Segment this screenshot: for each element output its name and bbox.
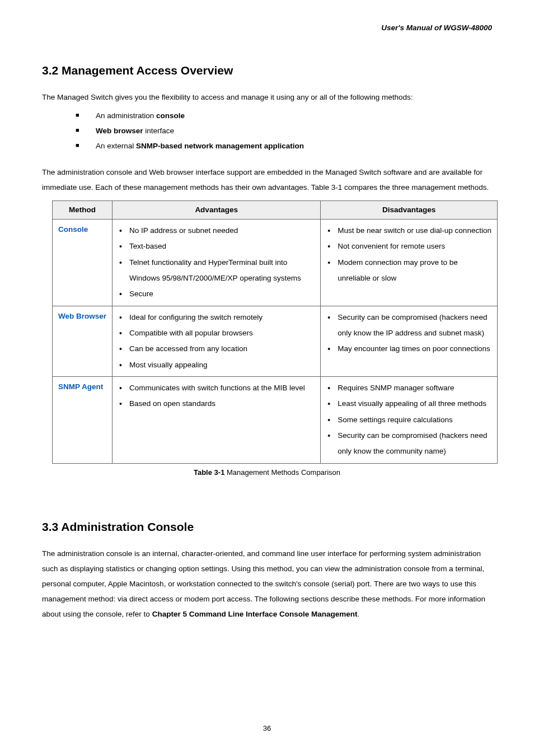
- management-methods-list: An administration console Web browser in…: [42, 108, 492, 153]
- list-item: Some settings require calculations: [327, 412, 493, 428]
- advantages-list: Communicates with switch functions at th…: [117, 380, 316, 412]
- section-33-para-suffix: .: [357, 610, 359, 618]
- advantages-list: Ideal for configuring the switch remotel…: [117, 310, 316, 373]
- list-item-bold: SNMP-based network management applicatio…: [136, 142, 304, 150]
- list-item: Requires SNMP manager software: [327, 380, 493, 396]
- section-33-para-bold: Chapter 5 Command Line Interface Console…: [152, 610, 358, 618]
- section-33-para-prefix: The administration console is an interna…: [42, 549, 485, 618]
- list-item: Not convenient for remote users: [327, 239, 493, 254]
- section-32-intro: The Managed Switch gives you the flexibi…: [42, 90, 492, 105]
- disadvantages-cell: Requires SNMP manager software Least vis…: [321, 377, 498, 464]
- management-methods-table: Method Advantages Disadvantages Console …: [52, 200, 498, 464]
- list-item: No IP address or subnet needed: [119, 223, 316, 239]
- method-cell-web-browser: Web Browser: [53, 306, 113, 376]
- table-row: Web Browser Ideal for configuring the sw…: [53, 306, 498, 376]
- list-item: Security can be compromised (hackers nee…: [327, 428, 493, 460]
- table-header-method: Method: [53, 200, 113, 219]
- table-header-disadvantages: Disadvantages: [321, 200, 498, 219]
- page-number: 36: [0, 723, 534, 734]
- page-header-title: User's Manual of WGSW-48000: [42, 22, 492, 34]
- list-item: Telnet functionality and HyperTerminal b…: [119, 255, 316, 287]
- list-item-suffix: interface: [143, 127, 175, 135]
- table-caption-label: Table 3-1: [194, 468, 224, 477]
- section-32-para2: The administration console and Web brows…: [42, 165, 492, 195]
- list-item: May encounter lag times on poor connecti…: [327, 341, 493, 357]
- table-caption: Table 3-1 Management Methods Comparison: [42, 467, 492, 478]
- list-item: Web browser interface: [76, 123, 492, 138]
- table-header-advantages: Advantages: [113, 200, 321, 219]
- table-row: SNMP Agent Communicates with switch func…: [53, 377, 498, 464]
- list-item: Must be near switch or use dial-up conne…: [327, 223, 493, 239]
- section-32-heading: 3.2 Management Access Overview: [42, 62, 492, 80]
- list-item: Secure: [119, 286, 316, 302]
- method-cell-snmp-agent: SNMP Agent: [53, 377, 113, 464]
- section-33-heading: 3.3 Administration Console: [42, 518, 492, 536]
- list-item: Security can be compromised (hackers nee…: [327, 310, 493, 342]
- disadvantages-list: Must be near switch or use dial-up conne…: [325, 223, 493, 286]
- list-item: Least visually appealing of all three me…: [327, 396, 493, 412]
- list-item: Modem connection may prove to be unrelia…: [327, 255, 493, 287]
- list-item: Can be accessed from any location: [119, 341, 316, 357]
- list-item-bold: Web browser: [96, 127, 143, 135]
- disadvantages-cell: Must be near switch or use dial-up conne…: [321, 220, 498, 306]
- advantages-cell: Ideal for configuring the switch remotel…: [113, 306, 321, 376]
- list-item-prefix: An external: [96, 142, 136, 150]
- disadvantages-list: Requires SNMP manager software Least vis…: [325, 380, 493, 460]
- section-33-para: The administration console is an interna…: [42, 546, 492, 622]
- advantages-cell: Communicates with switch functions at th…: [113, 377, 321, 464]
- list-item: An external SNMP-based network managemen…: [76, 138, 492, 153]
- list-item: Communicates with switch functions at th…: [119, 380, 316, 396]
- list-item: Most visually appealing: [119, 357, 316, 373]
- disadvantages-cell: Security can be compromised (hackers nee…: [321, 306, 498, 376]
- advantages-cell: No IP address or subnet needed Text-base…: [113, 220, 321, 306]
- list-item: Ideal for configuring the switch remotel…: [119, 310, 316, 325]
- list-item: Based on open standards: [119, 396, 316, 412]
- disadvantages-list: Security can be compromised (hackers nee…: [325, 310, 493, 357]
- table-header-row: Method Advantages Disadvantages: [53, 200, 498, 219]
- advantages-list: No IP address or subnet needed Text-base…: [117, 223, 316, 302]
- list-item-bold: console: [156, 111, 185, 120]
- table-row: Console No IP address or subnet needed T…: [53, 220, 498, 306]
- list-item: An administration console: [76, 108, 492, 123]
- list-item: Text-based: [119, 239, 316, 254]
- method-cell-console: Console: [53, 220, 113, 306]
- list-item-prefix: An administration: [96, 111, 156, 120]
- table-caption-text: Management Methods Comparison: [224, 468, 340, 477]
- list-item: Compatible with all popular browsers: [119, 325, 316, 341]
